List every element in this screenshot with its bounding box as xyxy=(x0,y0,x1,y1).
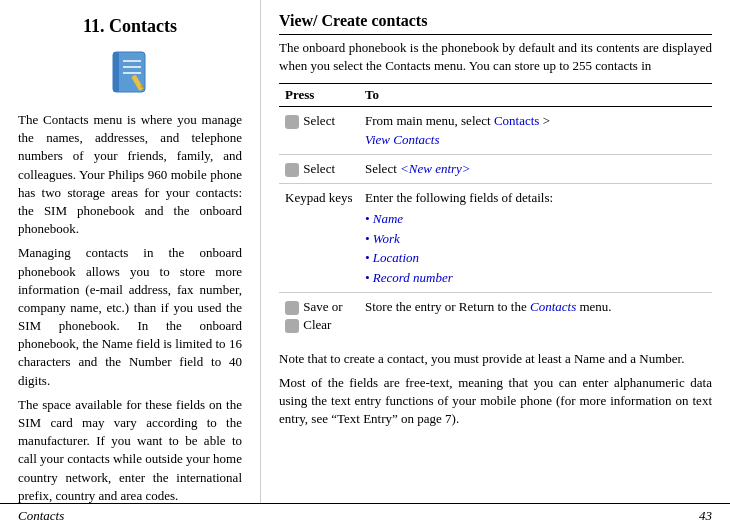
left-para3: The space available for these fields on … xyxy=(18,396,242,503)
save-text: Save or xyxy=(303,299,342,314)
right-column: View/ Create contacts The onboard phoneb… xyxy=(260,0,730,503)
to-plain-1: From main menu, select xyxy=(365,113,494,128)
list-item: Work xyxy=(365,229,706,249)
to-mid-1: > xyxy=(539,113,550,128)
to-cell-2: Select <New entry> xyxy=(359,154,712,183)
table-row: Keypad keys Enter the following fields o… xyxy=(279,183,712,292)
keypad-keys-text: Keypad keys xyxy=(285,190,353,205)
press-cell-2: Select xyxy=(279,154,359,183)
note1: Note that to create a contact, you must … xyxy=(279,350,712,368)
view-contacts-link: View Contacts xyxy=(365,132,440,147)
table-row: Save or Clear Store the entry or Return … xyxy=(279,293,712,340)
press-cell-1: Select xyxy=(279,107,359,154)
note2: Most of the fields are free-text, meanin… xyxy=(279,374,712,429)
list-item: Location xyxy=(365,248,706,268)
press-text-2: Select xyxy=(303,161,335,176)
col-to: To xyxy=(359,84,712,107)
left-column: 11. Contacts The Contacts menu is where … xyxy=(0,0,260,503)
to-plain-2: Select xyxy=(365,161,400,176)
key-icon-2 xyxy=(285,163,299,177)
left-para2: Managing contacts in the onboard phonebo… xyxy=(18,244,242,390)
key-icon-clear xyxy=(285,319,299,333)
table-row: Select Select <New entry> xyxy=(279,154,712,183)
contacts-icon-area xyxy=(18,47,242,101)
new-entry-link: <New entry> xyxy=(400,161,471,176)
left-para1: The Contacts menu is where you manage th… xyxy=(18,111,242,238)
fields-list: Name Work Location Record number xyxy=(365,209,706,287)
contacts-menu-link: Contacts xyxy=(530,299,576,314)
note-section: Note that to create a contact, you must … xyxy=(279,350,712,429)
list-item: Record number xyxy=(365,268,706,288)
clear-text: Clear xyxy=(303,317,331,332)
to-cell-1: From main menu, select Contacts > View C… xyxy=(359,107,712,154)
key-icon-save xyxy=(285,301,299,315)
to-cell-4: Store the entry or Return to the Contact… xyxy=(359,293,712,340)
contacts-link: Contacts xyxy=(494,113,540,128)
footer-left: Contacts xyxy=(18,508,64,524)
list-item: Name xyxy=(365,209,706,229)
to-end-4: menu. xyxy=(576,299,611,314)
right-title: View/ Create contacts xyxy=(279,12,712,35)
press-text-1: Select xyxy=(303,113,335,128)
to-plain-4: Store the entry or Return to the xyxy=(365,299,530,314)
to-plain-3: Enter the following fields of details: xyxy=(365,190,553,205)
footer: Contacts 43 xyxy=(0,503,730,528)
right-intro: The onboard phonebook is the phonebook b… xyxy=(279,39,712,75)
footer-right: 43 xyxy=(699,508,712,524)
col-press: Press xyxy=(279,84,359,107)
to-cell-3: Enter the following fields of details: N… xyxy=(359,183,712,292)
press-cell-3: Keypad keys xyxy=(279,183,359,292)
left-title: 11. Contacts xyxy=(18,16,242,37)
table-row: Select From main menu, select Contacts >… xyxy=(279,107,712,154)
contacts-table: Press To Select From main menu, select C… xyxy=(279,83,712,339)
key-icon-1 xyxy=(285,115,299,129)
contacts-icon-svg xyxy=(105,47,155,97)
press-cell-4: Save or Clear xyxy=(279,293,359,340)
svg-rect-1 xyxy=(113,52,119,92)
